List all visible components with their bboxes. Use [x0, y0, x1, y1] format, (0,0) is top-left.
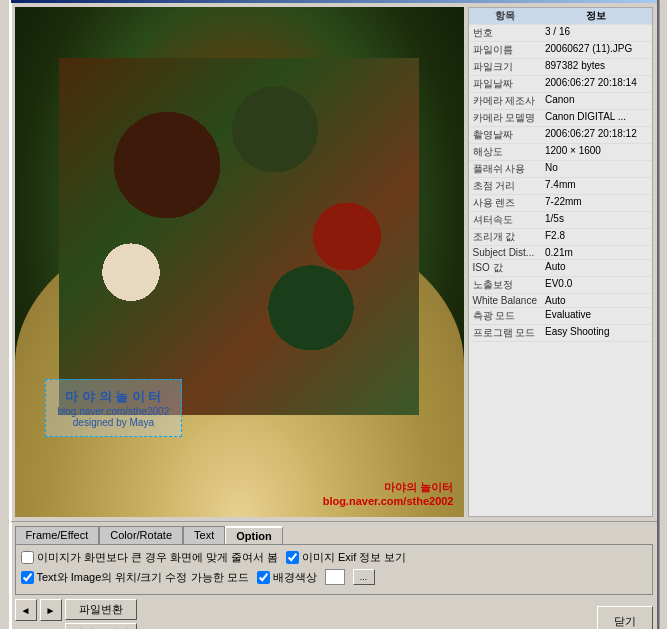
- info-key: 파일크기: [469, 59, 541, 76]
- tab-text[interactable]: Text: [183, 526, 225, 544]
- watermark-line2: blog.naver.com/sthe2002: [58, 406, 170, 417]
- options-row-2: Text와 Image의 위치/크기 수정 가능한 모드 배경색상 ...: [21, 569, 647, 585]
- bg-color-swatch: [325, 569, 345, 585]
- table-row: 조리개 값F2.8: [469, 229, 652, 246]
- table-row: 초점 거리7.4mm: [469, 178, 652, 195]
- info-value: Evaluative: [541, 308, 652, 325]
- table-row: White BalanceAuto: [469, 294, 652, 308]
- info-key: 프로그램 모드: [469, 325, 541, 342]
- info-value: 1/5s: [541, 212, 652, 229]
- table-row: 노출보정EV0.0: [469, 277, 652, 294]
- food-image: 마 야 의 놀 이 터 blog.naver.com/sthe2002 desi…: [15, 7, 464, 517]
- info-value: No: [541, 161, 652, 178]
- check3-text: Text와 Image의 위치/크기 수정 가능한 모드: [37, 570, 249, 585]
- image-panel: 마 야 의 놀 이 터 blog.naver.com/sthe2002 desi…: [15, 7, 464, 517]
- window-title: 미리보기 [3/16] 20060627 (11).JPG @ 100%: [16, 0, 257, 1]
- info-value: 897382 bytes: [541, 59, 652, 76]
- tab-option[interactable]: Option: [225, 526, 282, 544]
- check2-text: 이미지 Exif 정보 보기: [302, 550, 407, 565]
- info-value: Auto: [541, 260, 652, 277]
- save-file-button[interactable]: 파일변환: [65, 599, 137, 620]
- tabs-row: Frame/Effect Color/Rotate Text Option: [15, 526, 653, 544]
- info-key: White Balance: [469, 294, 541, 308]
- info-key: 번호: [469, 25, 541, 42]
- prev-button[interactable]: ◄: [15, 599, 37, 621]
- check4-checkbox[interactable]: [257, 571, 270, 584]
- info-value: 7.4mm: [541, 178, 652, 195]
- table-row: 해상도1200 × 1600: [469, 144, 652, 161]
- topping-layer: [59, 58, 418, 415]
- table-row: 사용 렌즈7-22mm: [469, 195, 652, 212]
- table-row: ISO 값Auto: [469, 260, 652, 277]
- info-value: Canon: [541, 93, 652, 110]
- bottom-buttons: ◄ ► 파일변환 새미름 저장 닫기: [15, 599, 653, 629]
- check4-text: 배경색상: [273, 570, 317, 585]
- info-value: 3 / 16: [541, 25, 652, 42]
- table-row: 카메라 제조사Canon: [469, 93, 652, 110]
- watermark-br-line1: 마야의 놀이터: [323, 480, 454, 495]
- watermark-selection[interactable]: 마 야 의 놀 이 터 blog.naver.com/sthe2002 desi…: [45, 379, 183, 437]
- table-row: 카메라 모델명Canon DIGITAL ...: [469, 110, 652, 127]
- info-value: Auto: [541, 294, 652, 308]
- check1-text: 이미지가 화면보다 큰 경우 화면에 맞게 줄여서 봄: [37, 550, 278, 565]
- info-key: 노출보정: [469, 277, 541, 294]
- table-row: 파일이름20060627 (11).JPG: [469, 42, 652, 59]
- check4-label[interactable]: 배경색상: [257, 570, 317, 585]
- info-key: 플래쉬 사용: [469, 161, 541, 178]
- check1-label[interactable]: 이미지가 화면보다 큰 경우 화면에 맞게 줄여서 봄: [21, 550, 278, 565]
- table-row: 파일날짜2006:06:27 20:18:14: [469, 76, 652, 93]
- info-key: 초점 거리: [469, 178, 541, 195]
- table-row: 측광 모드Evaluative: [469, 308, 652, 325]
- table-row: 플래쉬 사용No: [469, 161, 652, 178]
- info-key: 파일날짜: [469, 76, 541, 93]
- info-value: F2.8: [541, 229, 652, 246]
- info-value: 7-22mm: [541, 195, 652, 212]
- info-key: 조리개 값: [469, 229, 541, 246]
- info-key: 촬영날짜: [469, 127, 541, 144]
- table-row: Subject Dist...0.21m: [469, 246, 652, 260]
- watermark-br-line2: blog.naver.com/sthe2002: [323, 495, 454, 507]
- info-key: 카메라 제조사: [469, 93, 541, 110]
- info-key: 측광 모드: [469, 308, 541, 325]
- info-value: 1200 × 1600: [541, 144, 652, 161]
- check2-checkbox[interactable]: [286, 551, 299, 564]
- main-window: 미리보기 [3/16] 20060627 (11).JPG @ 100% ─ □…: [9, 0, 659, 629]
- bg-color-button[interactable]: ...: [353, 569, 375, 585]
- info-key: 카메라 모델명: [469, 110, 541, 127]
- table-row: 촬영날짜2006:06:27 20:18:12: [469, 127, 652, 144]
- table-row: 파일크기897382 bytes: [469, 59, 652, 76]
- check3-checkbox[interactable]: [21, 571, 34, 584]
- info-value: 2006:06:27 20:18:14: [541, 76, 652, 93]
- bottom-area: Frame/Effect Color/Rotate Text Option 이미…: [11, 521, 657, 629]
- next-button[interactable]: ►: [40, 599, 62, 621]
- info-value: EV0.0: [541, 277, 652, 294]
- watermark-line1: 마 야 의 놀 이 터: [58, 388, 170, 406]
- watermark-line3: designed by Maya: [58, 417, 170, 428]
- table-row: 번호3 / 16: [469, 25, 652, 42]
- info-value: 20060627 (11).JPG: [541, 42, 652, 59]
- tab-color[interactable]: Color/Rotate: [99, 526, 183, 544]
- table-row: 프로그램 모드Easy Shooting: [469, 325, 652, 342]
- save-new-button[interactable]: 새미름 저장: [65, 623, 137, 629]
- info-key: 파일이름: [469, 42, 541, 59]
- check1-checkbox[interactable]: [21, 551, 34, 564]
- info-key: Subject Dist...: [469, 246, 541, 260]
- table-row: 셔터속도1/5s: [469, 212, 652, 229]
- info-panel: 항목 정보 번호3 / 16파일이름20060627 (11).JPG파일크기8…: [468, 7, 653, 517]
- info-header-key: 항목: [469, 8, 541, 25]
- tab-frame[interactable]: Frame/Effect: [15, 526, 100, 544]
- info-value: Easy Shooting: [541, 325, 652, 342]
- info-value: 2006:06:27 20:18:12: [541, 127, 652, 144]
- info-key: ISO 값: [469, 260, 541, 277]
- info-key: 셔터속도: [469, 212, 541, 229]
- check3-label[interactable]: Text와 Image의 위치/크기 수정 가능한 모드: [21, 570, 249, 585]
- close-main-button[interactable]: 닫기: [597, 606, 653, 630]
- options-row-1: 이미지가 화면보다 큰 경우 화면에 맞게 줄여서 봄 이미지 Exif 정보 …: [21, 550, 647, 565]
- check2-label[interactable]: 이미지 Exif 정보 보기: [286, 550, 407, 565]
- watermark-bottom-right: 마야의 놀이터 blog.naver.com/sthe2002: [323, 480, 454, 507]
- info-value: 0.21m: [541, 246, 652, 260]
- content-area: 마 야 의 놀 이 터 blog.naver.com/sthe2002 desi…: [11, 3, 657, 521]
- info-header-value: 정보: [541, 8, 652, 25]
- info-key: 사용 렌즈: [469, 195, 541, 212]
- bottom-left-buttons: ◄ ► 파일변환 새미름 저장: [15, 599, 137, 629]
